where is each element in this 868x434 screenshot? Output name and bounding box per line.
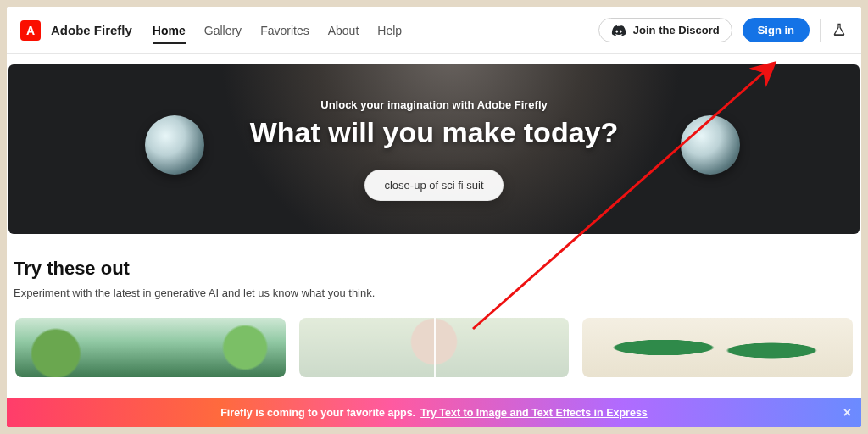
- page-root: A Adobe Firefly Home Gallery Favorites A…: [7, 7, 861, 427]
- primary-nav: Home Gallery Favorites About Help: [153, 8, 402, 53]
- feature-card-leaves[interactable]: [582, 318, 853, 377]
- top-header: A Adobe Firefly Home Gallery Favorites A…: [7, 7, 861, 54]
- adobe-logo-icon: A: [20, 20, 41, 41]
- header-divider: [820, 19, 821, 42]
- nav-about[interactable]: About: [328, 8, 359, 53]
- feature-card-portrait-fill[interactable]: [299, 318, 570, 377]
- nav-help[interactable]: Help: [377, 8, 402, 53]
- banner-lead: Firefly is coming to your favorite apps.: [220, 407, 415, 419]
- hero-subtitle: Unlock your imagination with Adobe Firef…: [320, 98, 547, 111]
- banner-link[interactable]: Try Text to Image and Text Effects in Ex…: [420, 407, 648, 419]
- try-subtext: Experiment with the latest in generative…: [14, 287, 854, 299]
- nav-home[interactable]: Home: [153, 8, 186, 53]
- try-heading: Try these out: [14, 258, 854, 280]
- labs-flask-icon[interactable]: [831, 22, 848, 39]
- join-discord-button[interactable]: Join the Discord: [598, 18, 732, 42]
- feature-card-jungle[interactable]: [15, 318, 286, 377]
- hero-title: What will you make today?: [250, 116, 619, 149]
- hero-banner: Unlock your imagination with Adobe Firef…: [8, 64, 860, 234]
- discord-icon: [611, 25, 626, 36]
- nav-gallery[interactable]: Gallery: [204, 8, 242, 53]
- feature-cards-row: [14, 318, 854, 377]
- discord-label: Join the Discord: [633, 24, 720, 36]
- sign-in-button[interactable]: Sign in: [743, 18, 810, 42]
- nav-favorites[interactable]: Favorites: [260, 8, 309, 53]
- try-section: Try these out Experiment with the latest…: [7, 234, 861, 377]
- promo-banner: Firefly is coming to your favorite apps.…: [7, 398, 861, 427]
- brand-name: Adobe Firefly: [51, 23, 132, 37]
- hero-prompt-pill[interactable]: close-up of sci fi suit: [364, 170, 503, 201]
- banner-close-icon[interactable]: ×: [843, 405, 851, 420]
